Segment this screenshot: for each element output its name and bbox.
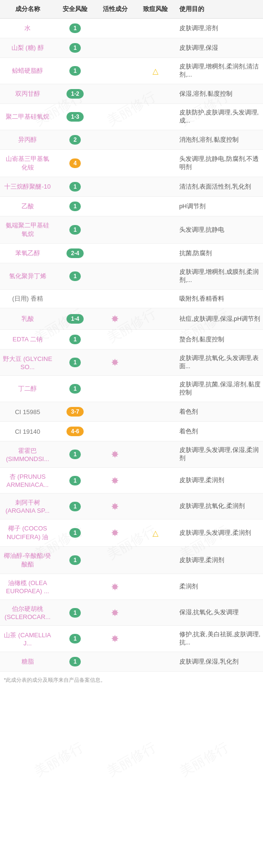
acne-cell: △ [135,58,175,84]
ingredient-name: 刺阿干树 (ARGANIA SP... [5,499,49,514]
acne-cell [135,19,175,38]
safety-badge: 1 [69,502,81,511]
acne-cell [135,402,175,422]
safety-badge: 2-4 [66,248,83,258]
table-row: 丁二醇1皮肤调理,抗菌,保湿,溶剂,黏度控制 [0,376,263,402]
ingredient-name: 椰油醇-辛酸酯/癸酸酯 [4,552,51,568]
table-row: 氨端聚二甲基硅氧烷1头发调理,抗静电 [0,216,263,244]
ingredient-name: 氨端聚二甲基硅氧烷 [6,222,49,237]
active-ingredient-icon: ✸ [111,357,119,368]
ingredient-name: 山梨 (糖) 醇 [11,44,44,51]
ingredient-name-cell: 聚二甲基硅氧烷 [0,104,55,130]
table-row: CI 191404-6着色剂 [0,422,263,441]
safety-cell: 1 [55,216,95,244]
ingredient-name-cell: 十三烷醇聚醚-10 [0,177,55,197]
acne-cell [135,263,175,290]
safety-cell: 1-4 [55,308,95,330]
active-cell: ✸ [95,600,135,626]
use-cell: 皮肤调理,头发调理,保湿,柔润剂 [175,441,263,468]
ingredient-name-cell: 伯尔硬胡桃 (SCLEROCAR... [0,600,55,626]
safety-cell: 1 [55,547,95,574]
active-cell [95,402,135,422]
use-cell: 抗菌,防腐剂 [175,244,263,263]
ingredient-name-cell: (日用) 香精 [0,290,55,308]
safety-cell [55,574,95,600]
table-row: EDTA 二钠1螯合剂,黏度控制 [0,330,263,349]
use-cell: 消泡剂,溶剂,黏度控制 [175,130,263,150]
safety-cell: 1 [55,263,95,290]
ingredient-name: 油橄榄 (OLEA EUROPAEA) ... [6,579,49,595]
ingredient-name: 椰子 (COCOS NUCIFERA) 油 [7,525,48,541]
safety-cell: 1 [55,349,95,376]
table-row: 霍霍巴 (SIMMONDSI...1✸皮肤调理,头发调理,保湿,柔润剂 [0,441,263,468]
safety-cell: 1 [55,626,95,652]
safety-cell: 1 [55,600,95,626]
acne-cell [135,330,175,349]
use-cell: 皮肤调理,柔润剂 [175,468,263,494]
header-safety: 安全风险 [55,0,95,19]
active-cell [95,84,135,104]
table-row: 油橄榄 (OLEA EUROPAEA) ...✸柔润剂 [0,574,263,600]
safety-badge: 1 [69,450,81,459]
safety-cell: 1 [55,494,95,519]
ingredient-name-cell: 糖脂 [0,652,55,672]
active-cell: ✸ [95,468,135,494]
use-cell: 柔润剂 [175,574,263,600]
acne-risk-icon: △ [153,529,158,538]
ingredient-name-cell: 丁二醇 [0,376,55,402]
header-use: 使用目的 [175,0,263,19]
ingredient-name-cell: 山茶 (CAMELLIA J... [0,626,55,652]
table-row: 乙酸1pH调节剂 [0,197,263,216]
use-cell: 着色剂 [175,422,263,441]
table-row: 杏 (PRUNUS ARMENIACA...1✸皮肤调理,柔润剂 [0,468,263,494]
ingredient-name-cell: 鲸蜡硬脂醇 [0,58,55,84]
ingredient-name: EDTA 二钠 [12,336,43,343]
use-cell: 祛痘,皮肤调理,保湿,pH调节剂 [175,308,263,330]
safety-badge: 1-2 [66,89,83,99]
ingredient-name: (日用) 香精 [12,295,43,302]
table-row: 十三烷醇聚醚-101清洁剂,表面活性剂,乳化剂 [0,177,263,197]
active-cell: ✸ [95,626,135,652]
ingredient-name: 十三烷醇聚醚-10 [4,183,51,190]
ingredient-name-cell: 杏 (PRUNUS ARMENIACA... [0,468,55,494]
safety-cell: 1-3 [55,104,95,130]
active-cell [95,197,135,216]
safety-badge: 2 [69,135,81,145]
use-cell: 皮肤调理,抗氧化,柔润剂 [175,494,263,519]
safety-badge: 1 [69,182,81,192]
active-cell [95,38,135,58]
ingredient-name: 杏 (PRUNUS ARMENIACA... [7,473,49,488]
ingredient-name-cell: 霍霍巴 (SIMMONDSI... [0,441,55,468]
acne-cell [135,290,175,308]
ingredient-name-cell: 椰油醇-辛酸酯/癸酸酯 [0,547,55,574]
header-acne: 致痘风险 [135,0,175,19]
table-row: 水1皮肤调理,溶剂 [0,19,263,38]
use-cell: 皮肤调理,溶剂 [175,19,263,38]
active-ingredient-icon: ✸ [111,475,119,486]
active-cell: ✸ [95,574,135,600]
active-ingredient-icon: ✸ [111,581,119,593]
ingredient-name-cell: 刺阿干树 (ARGANIA SP... [0,494,55,519]
active-ingredient-icon: ✸ [111,501,119,512]
use-cell: pH调节剂 [175,197,263,216]
ingredient-name-cell: 山梨 (糖) 醇 [0,38,55,58]
table-row: 糖脂1皮肤调理,保湿,乳化剂 [0,652,263,672]
use-cell: 修护,抗衰,美白祛斑,皮肤调理,抗... [175,626,263,652]
safety-cell: 1 [55,468,95,494]
safety-badge: 1 [69,384,81,394]
safety-badge: 1 [69,358,81,367]
safety-cell: 1 [55,177,95,197]
acne-cell [135,150,175,177]
safety-badge: 1 [69,335,81,344]
safety-badge: 1 [69,657,81,666]
safety-badge: 1 [69,23,81,33]
acne-cell [135,547,175,574]
ingredient-name-cell: 乳酸 [0,308,55,330]
ingredient-name: 糖脂 [22,658,34,665]
safety-badge: 1 [69,202,81,211]
safety-badge: 4 [69,158,81,168]
header-name: 成分名称 [0,0,55,19]
use-cell: 皮肤调理,增稠剂,成膜剂,柔润剂,... [175,263,263,290]
safety-badge: 1-4 [66,314,83,324]
use-cell: 保湿,抗氧化,头发调理 [175,600,263,626]
